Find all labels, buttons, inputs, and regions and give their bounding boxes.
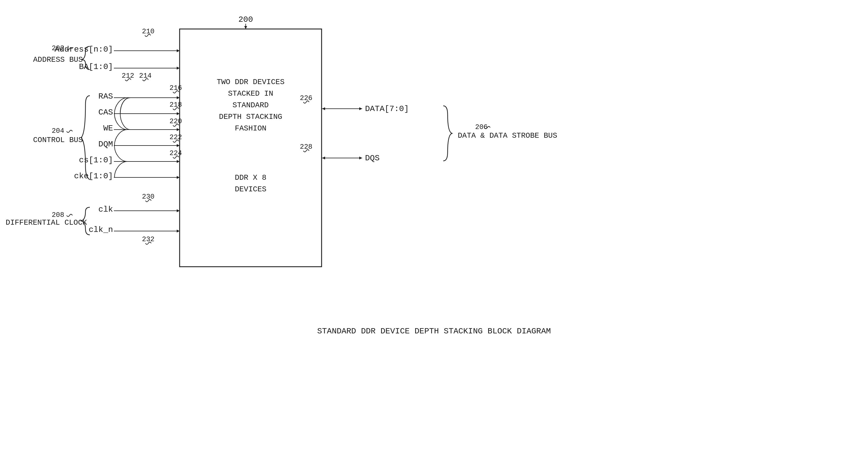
svg-marker-18 <box>359 107 362 110</box>
wire-216: 216 <box>169 84 182 92</box>
label-206: 206 <box>475 123 488 131</box>
label-diff-clock: DIFFERENTIAL CLOCK <box>6 218 87 227</box>
label-204: 204 <box>52 127 64 135</box>
caption: STANDARD DDR DEVICE DEPTH STACKING BLOCK… <box>317 327 551 336</box>
signal-cas: CAS <box>98 108 113 117</box>
block-text-line3: STANDARD <box>232 101 269 110</box>
wire-228: 228 <box>300 143 312 151</box>
signal-clkn: clk_n <box>89 225 113 234</box>
signal-dqm: DQM <box>98 140 113 149</box>
label-202: 202 <box>52 45 64 52</box>
wire-218: 218 <box>169 101 182 109</box>
label-208: 208 <box>52 211 64 219</box>
signal-ras: RAS <box>98 92 113 101</box>
wire-214: 214 <box>139 72 152 80</box>
svg-marker-21 <box>359 156 362 159</box>
signal-ba: BA[1:0] <box>79 62 113 71</box>
wire-222: 222 <box>169 133 182 141</box>
label-200: 200 <box>239 15 253 24</box>
block-text-line6: DDR X 8 <box>235 173 266 182</box>
label-address-bus: ADDRESS BUS <box>33 55 83 64</box>
block-text-line5: FASHION <box>235 124 266 133</box>
wire-224: 224 <box>169 149 182 157</box>
block-text-line1: TWO DDR DEVICES <box>217 78 284 86</box>
wire-230: 230 <box>142 193 154 201</box>
signal-data: DATA[7:0] <box>365 105 409 113</box>
block-text-line2: STACKED IN <box>228 89 273 98</box>
block-text-line7: DEVICES <box>235 185 266 194</box>
svg-marker-20 <box>322 156 325 159</box>
wire-226: 226 <box>300 94 312 102</box>
wire-232: 232 <box>142 235 154 243</box>
diagram-container: 200 TWO DDR DEVICES STACKED IN STANDARD … <box>0 0 868 465</box>
label-control-bus: CONTROL BUS <box>33 136 83 144</box>
wire-210: 210 <box>142 28 154 35</box>
signal-clk: clk <box>98 205 113 214</box>
signal-cs: cs[1:0] <box>79 156 113 165</box>
label-data-bus: DATA & DATA STROBE BUS <box>458 131 557 140</box>
block-text-line4: DEPTH STACKING <box>219 113 282 121</box>
svg-marker-17 <box>322 107 325 110</box>
wire-220: 220 <box>169 117 182 125</box>
wire-212: 212 <box>122 72 134 80</box>
signal-cke: cke[1:0] <box>74 172 113 181</box>
signal-dqs: DQS <box>365 154 379 163</box>
signal-we: WE <box>103 124 113 133</box>
